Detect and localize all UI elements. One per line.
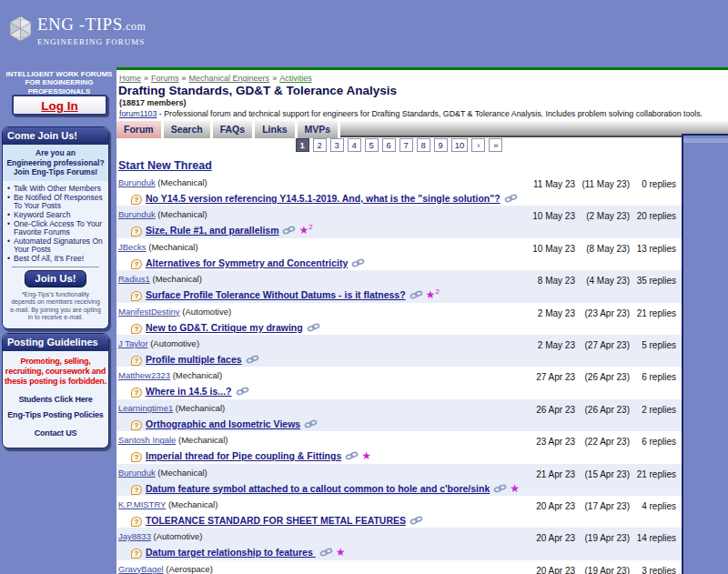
logo-name: ENG -TIPS xyxy=(37,15,123,34)
forbidden-text: Promoting, selling, recruiting, coursewo… xyxy=(3,351,108,388)
thread-title-link[interactable]: Orthographic and Isometric Views xyxy=(146,418,300,429)
thread-title-link[interactable]: New to GD&T. Critique my drawing xyxy=(146,322,303,333)
thread-author-link[interactable]: ManifestDestiny xyxy=(118,307,180,317)
thread-title-link[interactable]: Datum feature symbol attached to a callo… xyxy=(146,483,490,494)
breadcrumb-link[interactable]: Activities xyxy=(279,74,312,83)
thread-title-link[interactable]: Where in 14.5 is...? xyxy=(146,386,232,397)
thread-author-link[interactable]: Burunduk xyxy=(118,209,156,219)
thread-title-link[interactable]: TOLERANCE STANDARD FOR SHEET METAL FEATU… xyxy=(146,515,406,526)
page-button[interactable]: 4 xyxy=(348,138,361,152)
thread-title-link[interactable]: Imperial thread for Pipe coupling & Fitt… xyxy=(146,450,341,461)
breadcrumb-link[interactable]: Mechanical Engineers xyxy=(189,74,270,83)
thread-category: (Automotive) xyxy=(182,307,231,317)
breadcrumb-link[interactable]: Home xyxy=(119,74,141,83)
reply-count: 5 replies xyxy=(642,340,676,350)
last-post-date: 20 Apr 23 xyxy=(536,566,575,574)
question-bubble-icon: ? xyxy=(131,291,142,301)
thread-author-link[interactable]: Burunduk xyxy=(118,468,156,478)
scrollbar-panel[interactable] xyxy=(682,134,728,574)
gem-logo-icon xyxy=(8,15,33,43)
page-button[interactable]: 1 xyxy=(296,138,309,152)
thread-title-link[interactable]: Size, Rule #1, and parallelism xyxy=(146,225,278,236)
thread-author-link[interactable]: Matthew2323 xyxy=(118,370,170,380)
thread-row: Jay8833 (Automotive) ?Datum target relat… xyxy=(116,528,682,559)
thread-author-link[interactable]: Jay8833 xyxy=(118,531,151,541)
benefit-item: One-Click Access To Your Favorite Forums xyxy=(6,220,106,237)
reply-count: 20 replies xyxy=(637,211,676,221)
last-post-date: 20 Apr 23 xyxy=(536,533,575,543)
pagination: 12345678910›» xyxy=(116,138,682,155)
page-button[interactable]: 3 xyxy=(330,138,344,152)
tab-faqs[interactable]: FAQs xyxy=(213,121,255,138)
forum-description-text: - Professional forum and technical suppo… xyxy=(157,109,703,118)
main-content: Home»Forums»Mechanical Engineers»Activit… xyxy=(116,67,728,574)
thread-row: GravyBagel (Aerospace) ? 20 Apr 23 (19 A… xyxy=(116,560,682,574)
question-bubble-icon: ? xyxy=(131,388,142,398)
last-post-date: 2 May 23 xyxy=(538,308,575,318)
tab-links[interactable]: Links xyxy=(255,121,297,138)
link-icon xyxy=(304,419,318,428)
question-bubble-icon: ? xyxy=(131,420,142,430)
page-button[interactable]: 8 xyxy=(417,138,430,152)
thread-title-link[interactable]: Surface Profile Tolerance Without Datums… xyxy=(146,289,406,300)
site-logo[interactable]: ENG -TIPS.com ENGINEERING FORUMS xyxy=(8,15,146,46)
thread-author-link[interactable]: Learningtime1 xyxy=(118,403,173,413)
scrollbar-highlight xyxy=(683,138,728,143)
reply-count: 35 replies xyxy=(637,276,676,286)
last-post-date: 8 May 23 xyxy=(538,276,575,286)
breadcrumb: Home»Forums»Mechanical Engineers»Activit… xyxy=(119,74,728,83)
tab-search[interactable]: Search xyxy=(164,121,213,138)
guideline-link[interactable]: Students Click Here xyxy=(3,395,108,404)
link-icon xyxy=(236,387,249,396)
last-post-date: 10 May 23 xyxy=(532,244,575,254)
benefit-item: Talk With Other Members xyxy=(6,185,106,193)
thread-title-link[interactable]: Profile multiple faces xyxy=(146,354,242,365)
reply-count: 2 replies xyxy=(642,405,676,415)
page-button[interactable]: 7 xyxy=(399,138,413,152)
thread-author-link[interactable]: GravyBagel xyxy=(118,564,164,574)
reply-count: 4 replies xyxy=(642,501,676,511)
thread-title-link[interactable]: Alternatives for Symmetry and Concentric… xyxy=(146,257,348,268)
thread-author-link[interactable]: Santosh Ingale xyxy=(118,435,176,445)
thread-row: Burunduk (Mechanical) ?No Y14.5 version … xyxy=(116,174,682,206)
first-post-date: (22 Apr 23) xyxy=(585,437,630,447)
link-icon xyxy=(493,484,507,493)
guideline-link[interactable]: Contact US xyxy=(3,428,108,438)
page-button[interactable]: » xyxy=(489,138,502,152)
guideline-link[interactable]: Eng-Tips Posting Policies xyxy=(3,410,108,419)
link-icon xyxy=(307,323,320,332)
tab-forum[interactable]: Forum xyxy=(116,121,164,138)
join-us-button[interactable]: Join Us! xyxy=(25,270,86,287)
page-button[interactable]: 2 xyxy=(313,138,327,152)
page-button[interactable]: 9 xyxy=(434,138,448,152)
thread-category: (Automotive) xyxy=(154,531,203,541)
page-button[interactable]: 10 xyxy=(451,138,469,152)
last-post-date: 2 May 23 xyxy=(538,340,575,350)
page-button[interactable]: 5 xyxy=(365,138,379,152)
thread-author-link[interactable]: K.P.MISTRY xyxy=(118,499,166,509)
question-bubble-icon: ? xyxy=(131,324,142,334)
tab-mvps[interactable]: MVPs xyxy=(298,121,341,138)
first-post-date: (2 May 23) xyxy=(586,211,630,221)
start-new-thread-link[interactable]: Start New Thread xyxy=(118,159,212,172)
thread-row: K.P.MISTRY (Mechanical) ?TOLERANCE STAND… xyxy=(116,496,682,528)
thread-author-link[interactable]: JBecks xyxy=(118,242,147,252)
thread-title-link[interactable]: Datum target relationship to features xyxy=(146,547,316,558)
thread-title-link[interactable]: No Y14.5 version referencing Y14.5.1-201… xyxy=(146,193,500,204)
login-label[interactable]: Log In xyxy=(41,99,78,113)
thread-author-link[interactable]: Radius1 xyxy=(118,274,150,284)
thread-author-link[interactable]: J Taylor xyxy=(118,338,148,348)
thread-author-link[interactable]: Burunduk xyxy=(118,177,156,187)
forum-code-link[interactable]: forum1103 xyxy=(119,109,157,118)
logo-text: ENG -TIPS.com ENGINEERING FORUMS xyxy=(37,15,146,46)
question-bubble-icon: ? xyxy=(131,259,142,269)
page-button[interactable]: › xyxy=(471,138,485,152)
login-button[interactable]: Log In xyxy=(12,95,107,116)
breadcrumb-link[interactable]: Forums xyxy=(151,74,179,83)
thread-row: J Taylor (Automotive) ?Profile multiple … xyxy=(116,335,682,367)
last-post-date: 21 Apr 23 xyxy=(536,469,575,479)
link-icon xyxy=(345,451,359,460)
page-button[interactable]: 6 xyxy=(382,138,396,152)
divider xyxy=(12,267,99,267)
question-bubble-icon: ? xyxy=(131,452,142,462)
